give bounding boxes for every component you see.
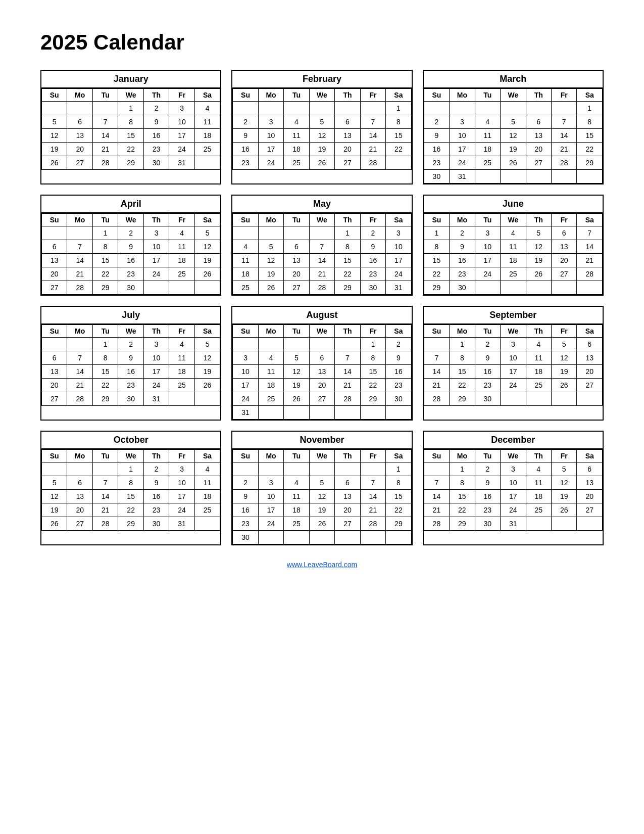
day-header: Fr	[360, 89, 385, 102]
day-cell	[67, 338, 92, 351]
week-row: 3031	[424, 170, 602, 183]
day-cell: 18	[233, 267, 258, 281]
month-title: May	[232, 196, 411, 213]
week-row: 123456	[424, 338, 602, 351]
day-cell	[284, 102, 309, 115]
day-cell: 7	[335, 351, 360, 365]
day-cell: 23	[143, 143, 169, 156]
day-cell	[526, 517, 551, 531]
day-cell: 25	[501, 267, 526, 281]
week-row: 23242526272829	[233, 517, 411, 531]
month-title: February	[232, 71, 411, 88]
day-cell: 7	[92, 115, 118, 129]
day-cell: 30	[233, 531, 258, 544]
day-cell	[526, 392, 551, 406]
week-row: 9101112131415	[424, 129, 602, 143]
day-cell: 10	[143, 240, 169, 254]
day-cell	[42, 102, 67, 115]
week-row: 15161718192021	[424, 254, 602, 267]
day-cell: 26	[309, 156, 334, 170]
day-cell: 6	[284, 240, 309, 254]
month-july: JulySuMoTuWeThFrSa1234567891011121314151…	[40, 306, 221, 421]
day-cell: 21	[309, 267, 334, 281]
day-cell	[169, 392, 194, 406]
day-cell	[360, 406, 385, 420]
day-cell: 14	[67, 365, 92, 379]
day-cell: 8	[118, 476, 143, 490]
day-cell: 8	[360, 351, 385, 365]
day-cell	[386, 531, 412, 544]
day-cell: 13	[526, 129, 551, 143]
day-cell: 23	[118, 267, 143, 281]
day-cell	[424, 462, 449, 476]
day-header: Mo	[67, 214, 92, 226]
day-cell: 5	[42, 476, 67, 490]
day-cell: 25	[475, 156, 500, 170]
day-cell: 13	[309, 365, 334, 379]
day-cell: 7	[577, 226, 603, 240]
day-cell: 18	[526, 490, 551, 503]
day-header: Tu	[284, 89, 309, 102]
day-cell: 17	[169, 490, 194, 503]
day-header: Su	[42, 450, 67, 462]
day-cell	[526, 281, 551, 295]
day-header: Th	[335, 89, 360, 102]
day-cell: 4	[169, 226, 194, 240]
day-cell: 3	[258, 476, 283, 490]
day-cell: 16	[143, 490, 169, 503]
week-row: 282930	[424, 392, 602, 406]
day-header: Fr	[169, 89, 194, 102]
day-cell	[552, 392, 577, 406]
day-cell	[577, 392, 603, 406]
day-cell	[92, 462, 118, 476]
footer: www.LeaveBoard.com	[40, 561, 604, 569]
day-cell: 2	[233, 476, 258, 490]
day-cell: 5	[552, 462, 577, 476]
day-cell: 20	[42, 267, 67, 281]
day-cell	[233, 226, 258, 240]
day-header: Tu	[92, 214, 118, 226]
day-cell: 27	[67, 517, 92, 531]
day-cell: 17	[501, 365, 526, 379]
day-cell: 12	[526, 240, 551, 254]
week-row: 2345678	[424, 115, 602, 129]
day-cell: 10	[169, 476, 194, 490]
day-cell: 13	[577, 476, 603, 490]
day-header: Su	[233, 325, 258, 338]
day-cell: 15	[360, 365, 385, 379]
day-cell: 11	[475, 129, 500, 143]
day-cell: 28	[552, 156, 577, 170]
day-cell: 30	[450, 281, 475, 295]
day-cell: 19	[309, 503, 334, 517]
day-cell: 3	[450, 115, 475, 129]
day-cell: 12	[284, 365, 309, 379]
day-cell: 4	[501, 226, 526, 240]
footer-link[interactable]: www.LeaveBoard.com	[287, 561, 357, 569]
month-june: JuneSuMoTuWeThFrSa1234567891011121314151…	[423, 195, 604, 296]
day-header: We	[118, 325, 143, 338]
day-cell: 15	[450, 490, 475, 503]
day-header: Mo	[450, 325, 475, 338]
day-cell: 13	[335, 129, 360, 143]
day-cell	[169, 281, 194, 295]
day-header: We	[501, 450, 526, 462]
day-cell: 8	[577, 115, 603, 129]
day-cell: 25	[233, 281, 258, 295]
day-header: Th	[143, 325, 169, 338]
week-row: 27282930	[42, 281, 220, 295]
week-row: 12	[233, 338, 411, 351]
day-cell: 10	[169, 115, 194, 129]
day-header: Fr	[360, 325, 385, 338]
day-cell: 28	[577, 267, 603, 281]
day-cell: 26	[552, 503, 577, 517]
day-header: Th	[143, 214, 169, 226]
day-cell: 11	[526, 351, 551, 365]
day-cell: 5	[309, 115, 334, 129]
day-cell	[258, 462, 283, 476]
day-cell: 18	[501, 254, 526, 267]
day-cell: 26	[501, 156, 526, 170]
day-cell: 28	[424, 392, 449, 406]
day-cell	[577, 517, 603, 531]
day-cell	[360, 531, 385, 544]
week-row: 21222324252627	[424, 379, 602, 392]
